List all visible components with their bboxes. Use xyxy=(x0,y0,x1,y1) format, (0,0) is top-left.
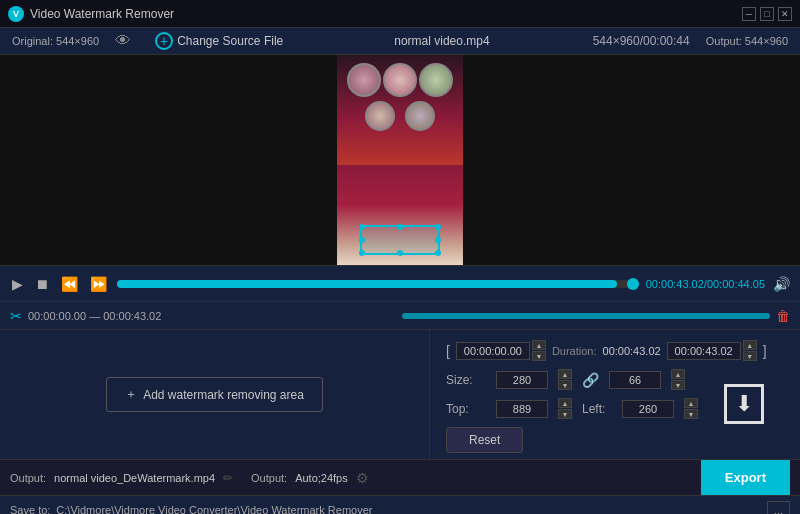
width-down[interactable]: ▼ xyxy=(558,380,572,390)
eye-icon[interactable]: 👁 xyxy=(115,32,131,50)
original-size: Original: 544×960 xyxy=(12,35,99,47)
download-indicator: ⬇ xyxy=(724,384,764,424)
volume-icon[interactable]: 🔊 xyxy=(773,276,790,292)
controls-bar: ▶ ⏹ ⏪ ⏩ 00:00:43.02/00:00:44.05 🔊 xyxy=(0,265,800,301)
file-name: normal video.mp4 xyxy=(307,34,576,48)
stop-button[interactable]: ⏹ xyxy=(33,274,51,294)
height-spinner: ▲ ▼ xyxy=(671,369,685,390)
plus-circle-icon: + xyxy=(155,32,173,50)
top-spinner: ▲ ▼ xyxy=(558,398,572,419)
bracket-left: [ xyxy=(446,343,450,359)
start-time-input[interactable] xyxy=(456,342,530,360)
handle-mr[interactable] xyxy=(435,237,441,243)
handle-bl[interactable] xyxy=(359,250,365,256)
change-source-label: Change Source File xyxy=(177,34,283,48)
file-meta: 544×960/00:00:44 xyxy=(593,34,690,48)
video-preview xyxy=(337,55,463,265)
time-display: 00:00:43.02/00:00:44.05 xyxy=(646,278,765,290)
time-range-row: [ ▲ ▼ Duration: 00:00:43.02 ▲ xyxy=(446,340,784,361)
output-format-label: Output: xyxy=(251,472,287,484)
reset-button[interactable]: Reset xyxy=(446,427,523,453)
preview-container xyxy=(0,55,800,265)
titlebar: V Video Watermark Remover ─ □ ✕ xyxy=(0,0,800,28)
width-up[interactable]: ▲ xyxy=(558,369,572,379)
browse-button[interactable]: ... xyxy=(767,501,790,515)
add-watermark-label: Add watermark removing area xyxy=(143,388,304,402)
download-arrow-icon: ⬇ xyxy=(735,391,753,417)
save-path: C:\Vidmore\Vidmore Video Converter\Video… xyxy=(56,504,760,515)
topbar: Original: 544×960 👁 + Change Source File… xyxy=(0,28,800,55)
left-down[interactable]: ▼ xyxy=(684,409,698,419)
settings-icon-button[interactable]: ⚙ xyxy=(356,470,369,486)
width-input[interactable] xyxy=(496,371,548,389)
content-wrapper: Original: 544×960 👁 + Change Source File… xyxy=(0,28,800,514)
height-down[interactable]: ▼ xyxy=(671,380,685,390)
titlebar-left: V Video Watermark Remover xyxy=(8,6,174,22)
width-spinner: ▲ ▼ xyxy=(558,369,572,390)
left-input[interactable] xyxy=(622,400,674,418)
plus-icon: ＋ xyxy=(125,386,137,403)
left-label: Left: xyxy=(582,402,612,416)
output-format: Auto;24fps xyxy=(295,472,348,484)
titlebar-controls: ─ □ ✕ xyxy=(742,7,792,21)
top-up[interactable]: ▲ xyxy=(558,398,572,408)
selection-box[interactable] xyxy=(360,225,440,255)
output-filename: normal video_DeWatermark.mp4 xyxy=(54,472,215,484)
change-source-button[interactable]: + Change Source File xyxy=(147,28,291,54)
end-time-down[interactable]: ▼ xyxy=(743,351,757,361)
size-label: Size: xyxy=(446,373,486,387)
frame-fwd-button[interactable]: ⏩ xyxy=(88,274,109,294)
handle-ml[interactable] xyxy=(359,237,365,243)
start-time-group: ▲ ▼ xyxy=(456,340,546,361)
height-input[interactable] xyxy=(609,371,661,389)
end-time-up[interactable]: ▲ xyxy=(743,340,757,350)
close-button[interactable]: ✕ xyxy=(778,7,792,21)
delete-clip-button[interactable]: 🗑 xyxy=(776,308,790,324)
handle-bm[interactable] xyxy=(397,250,403,256)
top-input[interactable] xyxy=(496,400,548,418)
clip-range: 00:00:00.00 — 00:00:43.02 xyxy=(28,310,396,322)
left-panel: ＋ Add watermark removing area xyxy=(0,330,430,459)
start-time-spinner: ▲ ▼ xyxy=(532,340,546,361)
app-icon: V xyxy=(8,6,24,22)
left-up[interactable]: ▲ xyxy=(684,398,698,408)
bottom-panel: ＋ Add watermark removing area [ ▲ ▼ xyxy=(0,329,800,459)
timeline-progress xyxy=(117,280,617,288)
end-time-spinner: ▲ ▼ xyxy=(743,340,757,361)
clip-bar: ✂ 00:00:00.00 — 00:00:43.02 🗑 xyxy=(0,301,800,329)
left-spinner: ▲ ▼ xyxy=(684,398,698,419)
add-watermark-button[interactable]: ＋ Add watermark removing area xyxy=(106,377,323,412)
height-up[interactable]: ▲ xyxy=(671,369,685,379)
start-time-down[interactable]: ▼ xyxy=(532,351,546,361)
duration-label: Duration: xyxy=(552,345,597,357)
handle-br[interactable] xyxy=(435,250,441,256)
footer-bar: Output: normal video_DeWatermark.mp4 ✏ O… xyxy=(0,459,800,495)
frame-back-button[interactable]: ⏪ xyxy=(59,274,80,294)
timeline-thumb[interactable] xyxy=(627,278,639,290)
clip-track[interactable] xyxy=(402,313,770,319)
handle-tm[interactable] xyxy=(397,224,403,230)
save-bar: Save to: C:\Vidmore\Vidmore Video Conver… xyxy=(0,495,800,514)
clip-icon: ✂ xyxy=(10,308,22,324)
play-button[interactable]: ▶ xyxy=(10,274,25,294)
edit-icon[interactable]: ✏ xyxy=(223,471,233,485)
top-label: Top: xyxy=(446,402,486,416)
save-label: Save to: xyxy=(10,504,50,515)
top-down[interactable]: ▼ xyxy=(558,409,572,419)
bracket-right: ] xyxy=(763,343,767,359)
start-time-up[interactable]: ▲ xyxy=(532,340,546,350)
link-icon: 🔗 xyxy=(582,372,599,388)
export-button[interactable]: Export xyxy=(701,460,790,496)
handle-tr[interactable] xyxy=(435,224,441,230)
middle-area: ▶ ⏹ ⏪ ⏩ 00:00:43.02/00:00:44.05 🔊 ✂ 00:0… xyxy=(0,55,800,514)
minimize-button[interactable]: ─ xyxy=(742,7,756,21)
maximize-button[interactable]: □ xyxy=(760,7,774,21)
duration-value: 00:00:43.02 xyxy=(603,345,661,357)
output-size: Output: 544×960 xyxy=(706,35,788,47)
timeline-track[interactable] xyxy=(117,280,638,288)
titlebar-title: Video Watermark Remover xyxy=(30,7,174,21)
output-label: Output: xyxy=(10,472,46,484)
handle-tl[interactable] xyxy=(359,224,365,230)
end-time-group: ▲ ▼ xyxy=(667,340,757,361)
end-time-input[interactable] xyxy=(667,342,741,360)
